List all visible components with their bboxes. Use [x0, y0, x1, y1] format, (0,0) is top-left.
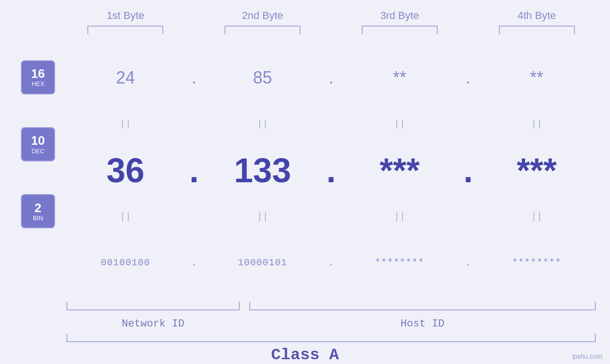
dec-byte3-value: ***	[380, 151, 420, 190]
hex-row: 24 . 85 . ** . **	[66, 39, 596, 117]
bin-badge: 2 BIN	[21, 194, 55, 228]
sep1-byte4: ||	[478, 119, 596, 130]
byte2-bracket-top	[225, 26, 300, 34]
sep1-byte1: ||	[66, 119, 185, 130]
hex-byte4-cell: **	[478, 68, 596, 88]
hex-byte2-cell: 85	[204, 68, 322, 88]
class-label: Class A	[271, 346, 339, 364]
bin-row: 00100100 . 10000101 . ******** .	[66, 224, 596, 302]
dec-byte4-cell: ***	[478, 151, 596, 190]
bin-byte4-value: ********	[512, 257, 562, 268]
byte1-col-header: 1st Byte	[66, 9, 185, 34]
sep2-byte1: ||	[66, 211, 185, 222]
hex-byte4-value: **	[530, 68, 544, 88]
dec-byte2-cell: 133	[204, 151, 322, 190]
network-bracket	[66, 302, 240, 310]
bin-byte1-value: 00100100	[101, 257, 150, 268]
byte2-col-header: 2nd Byte	[204, 9, 322, 34]
byte3-bracket-top	[362, 26, 438, 34]
byte2-label: 2nd Byte	[242, 9, 283, 22]
hex-badge-label: HEX	[32, 80, 45, 87]
sep2-byte3: ||	[341, 211, 459, 222]
hex-badge-number: 16	[31, 67, 45, 81]
hex-byte3-cell: **	[341, 68, 459, 88]
outer-bracket-row	[66, 334, 610, 342]
bin-dot3: .	[459, 257, 478, 268]
dec-dot3: .	[459, 151, 478, 190]
bin-byte2-cell: 10000101	[204, 257, 322, 268]
host-id-label: Host ID	[249, 318, 596, 330]
separator-row-1: || || || ||	[66, 117, 596, 131]
dec-byte3-cell: ***	[341, 151, 459, 190]
hex-byte1-value: 24	[116, 68, 135, 88]
bottom-section: Network ID Host ID	[66, 302, 610, 330]
byte4-col-header: 4th Byte	[478, 9, 596, 34]
dec-badge: 10 DEC	[21, 127, 55, 161]
dec-badge-number: 10	[31, 134, 45, 148]
labels-row: Network ID Host ID	[66, 318, 596, 330]
dec-byte1-value: 36	[106, 151, 144, 190]
sep2-byte4: ||	[478, 211, 596, 222]
dec-byte1-cell: 36	[66, 151, 185, 190]
hex-byte3-value: **	[393, 68, 406, 88]
hex-badge: 16 HEX	[21, 60, 55, 94]
bin-dot2: .	[322, 257, 341, 268]
byte3-col-header: 3rd Byte	[341, 9, 459, 34]
byte3-label: 3rd Byte	[380, 9, 419, 22]
byte-headers: 1st Byte 2nd Byte 3rd Byte 4th Byte	[66, 9, 610, 34]
byte4-label: 4th Byte	[517, 9, 556, 22]
sep1-byte3: ||	[341, 119, 459, 130]
dec-badge-label: DEC	[31, 148, 44, 155]
dec-row: 36 . 133 . *** . ***	[66, 131, 596, 210]
main-area: 16 HEX 10 DEC 2 BIN 24 .	[0, 39, 610, 302]
hex-dot1: .	[185, 68, 204, 88]
bin-dot1: .	[185, 257, 204, 268]
dec-dot1: .	[185, 151, 204, 190]
badges-column: 16 HEX 10 DEC 2 BIN	[0, 39, 66, 302]
bin-byte4-cell: ********	[478, 257, 596, 268]
values-grid: 24 . 85 . ** . **	[66, 39, 610, 302]
host-bracket	[249, 302, 596, 310]
byte1-bracket-top	[87, 26, 163, 34]
outer-bracket	[66, 334, 596, 342]
bracket-bottom-row	[66, 302, 596, 316]
network-id-label: Network ID	[66, 318, 240, 330]
hex-byte2-value: 85	[253, 68, 272, 88]
watermark: ipshu.com	[572, 353, 602, 360]
bin-badge-number: 2	[35, 201, 41, 215]
hex-byte1-cell: 24	[66, 68, 185, 88]
separator-row-2: || || || ||	[66, 209, 596, 224]
bin-byte3-cell: ********	[341, 257, 459, 268]
dec-byte2-value: 133	[234, 151, 291, 190]
byte4-bracket-top	[499, 26, 575, 34]
bin-badge-label: BIN	[33, 215, 43, 222]
dec-byte4-value: ***	[517, 151, 557, 190]
bin-byte1-cell: 00100100	[66, 257, 185, 268]
dec-dot2: .	[322, 151, 341, 190]
byte1-label: 1st Byte	[107, 9, 144, 22]
sep1-byte2: ||	[204, 119, 322, 130]
sep2-byte2: ||	[204, 211, 322, 222]
bin-byte2-value: 10000101	[238, 257, 287, 268]
bin-byte3-value: ********	[375, 257, 424, 268]
hex-dot3: .	[459, 68, 478, 88]
hex-dot2: .	[322, 68, 341, 88]
main-container: 1st Byte 2nd Byte 3rd Byte 4th Byte 16 H…	[0, 0, 610, 364]
class-label-row: Class A	[0, 346, 610, 364]
